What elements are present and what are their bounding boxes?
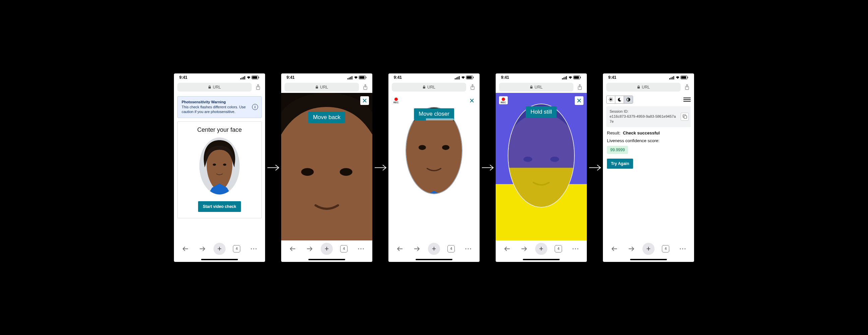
svg-point-28 xyxy=(468,248,469,249)
nav-tabs-button[interactable]: 4 xyxy=(659,243,672,255)
theme-contrast-button[interactable] xyxy=(624,96,633,103)
close-button[interactable] xyxy=(360,96,369,105)
svg-point-24 xyxy=(363,248,364,249)
phone-frame-1: 9:41 URL Photosensitivity Warning This c… xyxy=(174,73,265,262)
arrow-left-icon xyxy=(182,246,189,251)
copy-session-id-button[interactable] xyxy=(681,113,689,121)
result-view: Session ID: e116c873-6379-4959-9a83-5861… xyxy=(603,93,694,240)
tabs-count-badge: 4 xyxy=(233,245,240,252)
flow-arrow xyxy=(372,164,389,172)
session-id-value: e116c873-6379-4959-9a83-5861e9457a7e xyxy=(610,114,677,124)
info-icon[interactable]: i xyxy=(252,104,258,110)
recording-badge: REC xyxy=(499,96,508,104)
nav-back-button[interactable] xyxy=(179,243,191,255)
share-icon xyxy=(470,84,475,90)
browser-bottom-nav: + 4 xyxy=(603,240,694,257)
share-button[interactable] xyxy=(254,84,262,91)
nav-back-button[interactable] xyxy=(286,243,299,255)
browser-bottom-nav: + 4 xyxy=(389,240,479,257)
svg-point-23 xyxy=(361,248,362,249)
lock-icon xyxy=(315,85,318,89)
nav-forward-button[interactable] xyxy=(304,243,316,255)
svg-point-18 xyxy=(253,248,254,249)
close-button[interactable] xyxy=(467,96,476,105)
moon-icon xyxy=(618,98,622,101)
url-bar[interactable]: URL xyxy=(499,83,574,92)
svg-rect-25 xyxy=(423,87,425,89)
share-button[interactable] xyxy=(362,84,369,91)
svg-point-54 xyxy=(685,248,686,249)
nav-more-button[interactable] xyxy=(569,243,582,255)
phone-frame-3: 9:41 URL REC Move closer xyxy=(389,73,479,262)
face-target-oval xyxy=(508,103,575,208)
nav-tabs-button[interactable]: 4 xyxy=(552,243,564,255)
url-text: URL xyxy=(320,85,328,90)
status-bar: 9:41 xyxy=(603,73,694,82)
contrast-icon xyxy=(626,98,630,101)
status-bar: 9:41 xyxy=(174,73,265,82)
nav-more-button[interactable] xyxy=(462,243,474,255)
session-id-label: Session ID: xyxy=(610,109,677,114)
share-button[interactable] xyxy=(576,84,584,91)
close-button[interactable] xyxy=(575,96,584,105)
center-face-panel: Center your face Start video check xyxy=(177,121,262,218)
rec-label: REC xyxy=(394,101,399,103)
svg-rect-30 xyxy=(530,87,532,89)
lock-icon xyxy=(530,85,533,89)
ellipsis-icon xyxy=(250,248,257,250)
url-bar-row: URL xyxy=(389,82,479,93)
svg-point-37 xyxy=(575,248,576,249)
nav-tabs-button[interactable]: 4 xyxy=(230,243,243,255)
session-id-box: Session ID: e116c873-6379-4959-9a83-5861… xyxy=(606,106,691,127)
nav-newtab-button[interactable]: + xyxy=(535,243,547,255)
url-text: URL xyxy=(534,85,542,90)
arrow-right-icon xyxy=(199,246,206,251)
svg-line-47 xyxy=(612,100,612,101)
svg-point-53 xyxy=(682,248,683,249)
nav-newtab-button[interactable]: + xyxy=(321,243,333,255)
start-video-check-button[interactable]: Start video check xyxy=(198,201,241,212)
status-indicators xyxy=(347,75,367,80)
url-bar[interactable]: URL xyxy=(392,83,466,92)
nav-newtab-button[interactable]: + xyxy=(214,243,225,255)
status-indicators xyxy=(562,75,582,80)
svg-rect-20 xyxy=(316,87,318,89)
nav-more-button[interactable] xyxy=(355,243,367,255)
home-indicator xyxy=(174,257,265,262)
close-icon xyxy=(577,98,582,103)
phone-frame-2: 9:41 URL Move back + 4 xyxy=(281,73,372,262)
nav-tabs-button[interactable]: 4 xyxy=(338,243,350,255)
home-indicator xyxy=(281,257,372,262)
nav-more-button[interactable] xyxy=(248,243,260,255)
nav-forward-button[interactable] xyxy=(625,243,638,255)
face-preview-oval xyxy=(199,138,240,194)
nav-back-button[interactable] xyxy=(394,243,406,255)
share-icon xyxy=(577,84,583,90)
browser-bottom-nav: + 4 xyxy=(281,240,372,257)
nav-forward-button[interactable] xyxy=(411,243,423,255)
url-bar[interactable]: URL xyxy=(606,83,681,92)
nav-tabs-button[interactable]: 4 xyxy=(445,243,457,255)
lock-icon xyxy=(637,85,640,89)
share-button[interactable] xyxy=(469,84,476,91)
theme-light-button[interactable] xyxy=(607,96,615,103)
menu-button[interactable] xyxy=(683,98,691,101)
share-button[interactable] xyxy=(683,84,691,91)
nav-back-button[interactable] xyxy=(608,243,620,255)
try-again-button[interactable]: Try Again xyxy=(607,159,633,169)
nav-newtab-button[interactable]: + xyxy=(643,243,654,255)
result-line: Result: Check successful xyxy=(603,127,694,137)
nav-forward-button[interactable] xyxy=(518,243,530,255)
nav-more-button[interactable] xyxy=(677,243,689,255)
recording-badge: REC xyxy=(392,96,401,104)
svg-point-36 xyxy=(573,248,574,249)
status-time: 9:41 xyxy=(501,75,509,80)
url-bar[interactable]: URL xyxy=(177,83,252,92)
nav-back-button[interactable] xyxy=(501,243,513,255)
theme-dark-button[interactable] xyxy=(615,96,624,103)
nav-newtab-button[interactable]: + xyxy=(428,243,440,255)
url-bar[interactable]: URL xyxy=(284,83,359,92)
url-bar-row: URL xyxy=(281,82,372,93)
nav-forward-button[interactable] xyxy=(196,243,209,255)
flow-arrow xyxy=(587,164,603,172)
